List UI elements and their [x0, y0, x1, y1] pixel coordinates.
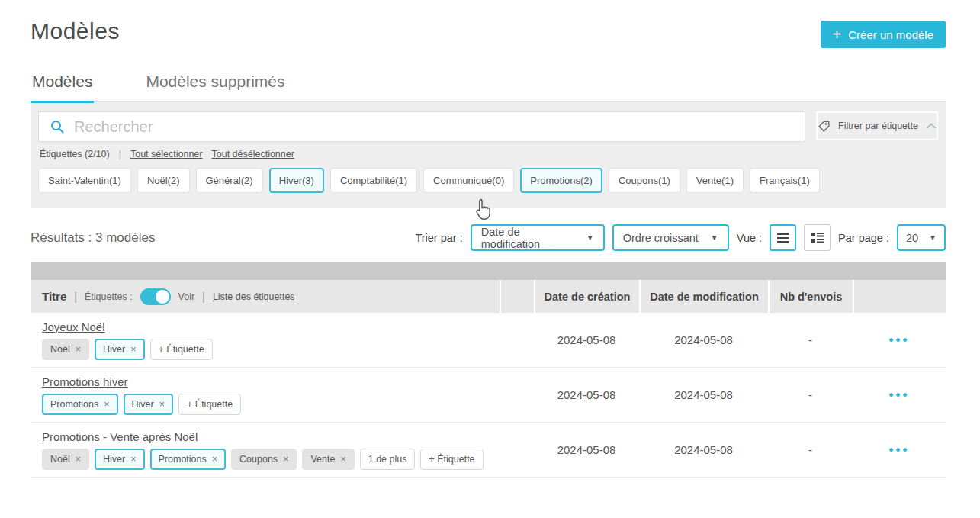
column-created: Date de création: [534, 280, 639, 313]
filter-chip[interactable]: Français(1): [750, 168, 820, 193]
row-title-link[interactable]: Joyeux Noël: [42, 320, 105, 333]
tab-deleted-models[interactable]: Modèles supprimés: [144, 72, 286, 101]
filter-chip[interactable]: Noël(2): [137, 168, 190, 193]
row-modified: 2024-05-08: [639, 443, 768, 456]
row-tag[interactable]: Coupons×: [231, 449, 297, 470]
filter-by-tag-button[interactable]: Filtrer par étiquette: [816, 111, 938, 140]
row-tag[interactable]: Hiver×: [95, 449, 144, 470]
tags-summary: Étiquettes (2/10): [40, 149, 110, 159]
row-title-link[interactable]: Promotions hiver: [42, 375, 128, 388]
column-actions: [853, 280, 946, 313]
row-created: 2024-05-08: [534, 443, 639, 456]
dropdown-arrow-icon: ▼: [929, 233, 937, 242]
filter-chip[interactable]: Vente(1): [686, 168, 744, 193]
row-actions-menu[interactable]: •••: [889, 333, 910, 348]
filter-by-tag-label: Filtrer par étiquette: [838, 121, 918, 131]
remove-tag-icon[interactable]: ×: [130, 454, 136, 465]
filter-chip[interactable]: Comptabilité(1): [330, 168, 417, 193]
row-tag[interactable]: Noël×: [42, 449, 89, 470]
filter-chips: Saint-Valentin(1)Noël(2)Général(2)Hiver(…: [38, 168, 938, 193]
page-title: Modèles: [31, 18, 120, 44]
view-label: Vue :: [737, 232, 762, 244]
pipe-separator: |: [119, 149, 121, 159]
tags-list-link[interactable]: Liste des étiquettes: [213, 291, 295, 302]
row-tags: Noël×Hiver×+ Étiquette: [42, 339, 500, 360]
filter-chip[interactable]: Hiver(3): [269, 168, 324, 193]
order-select[interactable]: Ordre croissant ▼: [612, 224, 729, 251]
table-top-bar: [31, 262, 946, 280]
remove-tag-icon[interactable]: ×: [283, 454, 288, 465]
table-row: Promotions - Vente après Noël Noël×Hiver…: [31, 423, 946, 478]
per-page-select[interactable]: 20 ▼: [897, 224, 946, 251]
row-tag[interactable]: Promotions×: [150, 449, 227, 470]
column-modified: Date de modification: [639, 280, 768, 313]
per-page-value: 20: [906, 232, 918, 244]
row-actions-menu[interactable]: •••: [889, 388, 910, 403]
filter-chip[interactable]: Général(2): [196, 168, 263, 193]
pipe-separator: |: [202, 291, 205, 303]
order-value: Ordre croissant: [623, 232, 699, 244]
row-tag[interactable]: Noël×: [42, 339, 89, 360]
row-modified: 2024-05-08: [639, 333, 768, 346]
pipe-separator: |: [74, 291, 77, 303]
per-page-label: Par page :: [838, 232, 889, 244]
chevron-up-icon: [926, 122, 937, 130]
remove-tag-icon[interactable]: ×: [159, 399, 165, 410]
table-header: Titre | Étiquettes : Voir | Liste des ét…: [31, 280, 946, 313]
remove-tag-icon[interactable]: ×: [130, 344, 136, 355]
grid-view-button[interactable]: [804, 224, 831, 251]
row-tag[interactable]: Hiver×: [95, 339, 144, 360]
search-input[interactable]: [74, 118, 794, 136]
dropdown-arrow-icon: ▼: [586, 233, 594, 242]
list-view-icon: [776, 233, 790, 243]
row-tag[interactable]: Hiver×: [124, 394, 173, 415]
list-view-button[interactable]: [770, 224, 796, 251]
row-created: 2024-05-08: [534, 388, 639, 401]
filter-chip[interactable]: Coupons(1): [609, 168, 680, 193]
row-sends: -: [768, 443, 853, 456]
row-tag[interactable]: + Étiquette: [420, 449, 483, 470]
remove-tag-icon[interactable]: ×: [76, 454, 81, 465]
row-tag[interactable]: + Étiquette: [178, 394, 241, 415]
remove-tag-icon[interactable]: ×: [340, 454, 345, 465]
row-tags: Promotions×Hiver×+ Étiquette: [42, 394, 500, 415]
row-sends: -: [768, 333, 853, 346]
filter-chip[interactable]: Communiqué(0): [423, 168, 514, 193]
row-tag[interactable]: + Étiquette: [150, 339, 213, 360]
table-body: Joyeux Noël Noël×Hiver×+ Étiquette 2024-…: [31, 313, 946, 478]
row-actions-menu[interactable]: •••: [889, 442, 910, 458]
search-box[interactable]: [38, 111, 805, 142]
row-tag[interactable]: Vente×: [302, 449, 354, 470]
column-spacer: [500, 280, 534, 313]
sort-select[interactable]: Date de modification ▼: [471, 224, 605, 251]
filter-chip[interactable]: Promotions(2): [520, 168, 602, 193]
deselect-all-link[interactable]: Tout désélectionner: [211, 149, 294, 159]
tag-icon: [818, 120, 831, 133]
templates-page: Modèles + Créer un modèle Modèles Modèle…: [0, 0, 980, 518]
page-header: Modèles + Créer un modèle: [31, 0, 946, 48]
tab-models[interactable]: Modèles: [31, 72, 94, 103]
row-title-link[interactable]: Promotions - Vente après Noël: [42, 430, 198, 443]
select-all-link[interactable]: Tout sélectionner: [130, 149, 203, 159]
filter-chip[interactable]: Saint-Valentin(1): [38, 168, 131, 193]
row-tag[interactable]: 1 de plus: [360, 449, 416, 470]
tab-bar: Modèles Modèles supprimés: [31, 72, 946, 102]
remove-tag-icon[interactable]: ×: [76, 344, 81, 355]
table-row: Joyeux Noël Noël×Hiver×+ Étiquette 2024-…: [31, 313, 946, 368]
column-sends: Nb d'envois: [768, 280, 853, 313]
tags-visibility-toggle[interactable]: [140, 288, 171, 305]
table-row: Promotions hiver Promotions×Hiver×+ Étiq…: [31, 368, 946, 423]
search-icon: [50, 119, 65, 134]
row-tag[interactable]: Promotions×: [42, 394, 118, 415]
templates-table: Titre | Étiquettes : Voir | Liste des ét…: [31, 262, 946, 478]
results-row: Résultats : 3 modèles Trier par : Date d…: [31, 224, 946, 251]
row-sends: -: [768, 388, 853, 401]
create-template-label: Créer un modèle: [848, 28, 933, 41]
grid-view-icon: [811, 232, 824, 243]
create-template-button[interactable]: + Créer un modèle: [821, 21, 946, 48]
sort-value: Date de modification: [481, 226, 579, 250]
filter-panel: Filtrer par étiquette Étiquettes (2/10) …: [31, 102, 946, 208]
remove-tag-icon[interactable]: ×: [212, 454, 217, 465]
sort-label: Trier par :: [415, 232, 462, 244]
remove-tag-icon[interactable]: ×: [104, 399, 109, 410]
